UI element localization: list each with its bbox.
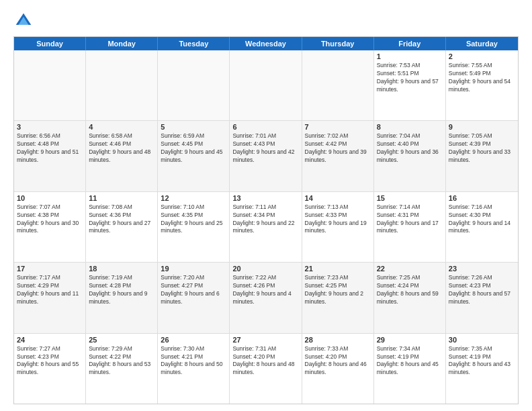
cal-cell-1-4: 7Sunrise: 7:02 AM Sunset: 4:42 PM Daylig…: [302, 121, 374, 191]
day-number: 24: [17, 336, 83, 344]
day-number: 8: [377, 123, 443, 131]
cal-cell-1-5: 8Sunrise: 7:04 AM Sunset: 4:40 PM Daylig…: [374, 121, 446, 191]
cell-detail: Sunrise: 7:35 AM Sunset: 4:19 PM Dayligh…: [449, 345, 515, 377]
cell-detail: Sunrise: 7:29 AM Sunset: 4:22 PM Dayligh…: [89, 345, 154, 377]
cell-detail: Sunrise: 7:25 AM Sunset: 4:24 PM Dayligh…: [377, 274, 443, 306]
header-day-sunday: Sunday: [14, 37, 86, 50]
cell-detail: Sunrise: 7:08 AM Sunset: 4:36 PM Dayligh…: [89, 203, 154, 236]
header: [13, 11, 519, 31]
calendar-row-3: 17Sunrise: 7:17 AM Sunset: 4:29 PM Dayli…: [14, 262, 518, 332]
cell-detail: Sunrise: 7:10 AM Sunset: 4:35 PM Dayligh…: [161, 203, 226, 236]
cal-cell-2-1: 11Sunrise: 7:08 AM Sunset: 4:36 PM Dayli…: [86, 192, 158, 262]
day-number: 5: [161, 123, 226, 131]
calendar-row-1: 3Sunrise: 6:56 AM Sunset: 4:48 PM Daylig…: [14, 120, 518, 191]
cal-cell-0-2: [158, 50, 230, 120]
cal-cell-3-6: 23Sunrise: 7:26 AM Sunset: 4:23 PM Dayli…: [446, 263, 518, 332]
cal-cell-0-6: 2Sunrise: 7:55 AM Sunset: 5:49 PM Daylig…: [446, 50, 518, 120]
cal-cell-0-5: 1Sunrise: 7:53 AM Sunset: 5:51 PM Daylig…: [374, 50, 446, 120]
header-day-saturday: Saturday: [446, 37, 518, 50]
cal-cell-4-0: 24Sunrise: 7:27 AM Sunset: 4:23 PM Dayli…: [14, 334, 86, 404]
cal-cell-0-4: [302, 50, 374, 120]
cal-cell-2-3: 13Sunrise: 7:11 AM Sunset: 4:34 PM Dayli…: [230, 192, 302, 262]
cell-detail: Sunrise: 7:33 AM Sunset: 4:20 PM Dayligh…: [305, 345, 371, 377]
cell-detail: Sunrise: 7:19 AM Sunset: 4:28 PM Dayligh…: [89, 274, 154, 306]
day-number: 21: [305, 265, 371, 273]
day-number: 4: [89, 123, 154, 131]
day-number: 2: [449, 52, 515, 60]
cal-cell-4-4: 28Sunrise: 7:33 AM Sunset: 4:20 PM Dayli…: [302, 334, 374, 404]
cell-detail: Sunrise: 6:59 AM Sunset: 4:45 PM Dayligh…: [161, 132, 226, 165]
cell-detail: Sunrise: 7:23 AM Sunset: 4:25 PM Dayligh…: [305, 274, 371, 306]
day-number: 26: [161, 336, 226, 344]
cal-cell-4-5: 29Sunrise: 7:34 AM Sunset: 4:19 PM Dayli…: [374, 334, 446, 404]
day-number: 28: [305, 336, 371, 344]
cal-cell-4-3: 27Sunrise: 7:31 AM Sunset: 4:20 PM Dayli…: [230, 334, 302, 404]
day-number: 20: [232, 265, 298, 273]
cell-detail: Sunrise: 7:22 AM Sunset: 4:26 PM Dayligh…: [232, 274, 298, 306]
cal-cell-3-2: 19Sunrise: 7:20 AM Sunset: 4:27 PM Dayli…: [158, 263, 230, 332]
cell-detail: Sunrise: 7:11 AM Sunset: 4:34 PM Dayligh…: [232, 203, 298, 236]
cal-cell-1-6: 9Sunrise: 7:05 AM Sunset: 4:39 PM Daylig…: [446, 121, 518, 191]
cal-cell-2-0: 10Sunrise: 7:07 AM Sunset: 4:38 PM Dayli…: [14, 192, 86, 262]
day-number: 22: [377, 265, 443, 273]
day-number: 27: [232, 336, 298, 344]
logo-icon: [13, 11, 34, 31]
cal-cell-4-6: 30Sunrise: 7:35 AM Sunset: 4:19 PM Dayli…: [446, 334, 518, 404]
cell-detail: Sunrise: 7:53 AM Sunset: 5:51 PM Dayligh…: [377, 62, 443, 94]
cell-detail: Sunrise: 6:58 AM Sunset: 4:46 PM Dayligh…: [89, 132, 154, 165]
day-number: 25: [89, 336, 154, 344]
calendar-row-0: 1Sunrise: 7:53 AM Sunset: 5:51 PM Daylig…: [14, 50, 518, 120]
cell-detail: Sunrise: 7:16 AM Sunset: 4:30 PM Dayligh…: [449, 203, 515, 236]
day-number: 30: [449, 336, 515, 344]
cal-cell-2-4: 14Sunrise: 7:13 AM Sunset: 4:33 PM Dayli…: [302, 192, 374, 262]
cal-cell-0-3: [230, 50, 302, 120]
day-number: 17: [17, 265, 83, 273]
cell-detail: Sunrise: 7:07 AM Sunset: 4:38 PM Dayligh…: [17, 203, 83, 236]
day-number: 23: [449, 265, 515, 273]
cell-detail: Sunrise: 7:31 AM Sunset: 4:20 PM Dayligh…: [232, 345, 298, 377]
cell-detail: Sunrise: 7:02 AM Sunset: 4:42 PM Dayligh…: [305, 132, 371, 165]
day-number: 7: [305, 123, 371, 131]
cell-detail: Sunrise: 7:17 AM Sunset: 4:29 PM Dayligh…: [17, 274, 83, 306]
calendar: SundayMondayTuesdayWednesdayThursdayFrid…: [13, 36, 519, 404]
cell-detail: Sunrise: 7:55 AM Sunset: 5:49 PM Dayligh…: [449, 62, 515, 94]
cell-detail: Sunrise: 7:26 AM Sunset: 4:23 PM Dayligh…: [449, 274, 515, 306]
cal-cell-3-4: 21Sunrise: 7:23 AM Sunset: 4:25 PM Dayli…: [302, 263, 374, 332]
cal-cell-1-3: 6Sunrise: 7:01 AM Sunset: 4:43 PM Daylig…: [230, 121, 302, 191]
cal-cell-2-5: 15Sunrise: 7:14 AM Sunset: 4:31 PM Dayli…: [374, 192, 446, 262]
cal-cell-4-1: 25Sunrise: 7:29 AM Sunset: 4:22 PM Dayli…: [86, 334, 158, 404]
header-day-thursday: Thursday: [302, 37, 374, 50]
day-number: 29: [377, 336, 443, 344]
page: SundayMondayTuesdayWednesdayThursdayFrid…: [0, 0, 532, 411]
cal-cell-3-3: 20Sunrise: 7:22 AM Sunset: 4:26 PM Dayli…: [230, 263, 302, 332]
cal-cell-4-2: 26Sunrise: 7:30 AM Sunset: 4:21 PM Dayli…: [158, 334, 230, 404]
day-number: 16: [449, 194, 515, 202]
header-day-tuesday: Tuesday: [158, 37, 230, 50]
day-number: 3: [17, 123, 83, 131]
cal-cell-2-2: 12Sunrise: 7:10 AM Sunset: 4:35 PM Dayli…: [158, 192, 230, 262]
cal-cell-3-1: 18Sunrise: 7:19 AM Sunset: 4:28 PM Dayli…: [86, 263, 158, 332]
day-number: 15: [377, 194, 443, 202]
cal-cell-3-0: 17Sunrise: 7:17 AM Sunset: 4:29 PM Dayli…: [14, 263, 86, 332]
cal-cell-1-2: 5Sunrise: 6:59 AM Sunset: 4:45 PM Daylig…: [158, 121, 230, 191]
cell-detail: Sunrise: 7:13 AM Sunset: 4:33 PM Dayligh…: [305, 203, 371, 236]
cell-detail: Sunrise: 7:14 AM Sunset: 4:31 PM Dayligh…: [377, 203, 443, 236]
day-number: 14: [305, 194, 371, 202]
cell-detail: Sunrise: 7:01 AM Sunset: 4:43 PM Dayligh…: [232, 132, 298, 165]
cal-cell-0-1: [86, 50, 158, 120]
day-number: 9: [449, 123, 515, 131]
cal-cell-2-6: 16Sunrise: 7:16 AM Sunset: 4:30 PM Dayli…: [446, 192, 518, 262]
cell-detail: Sunrise: 7:04 AM Sunset: 4:40 PM Dayligh…: [377, 132, 443, 165]
calendar-row-2: 10Sunrise: 7:07 AM Sunset: 4:38 PM Dayli…: [14, 191, 518, 262]
day-number: 13: [232, 194, 298, 202]
day-number: 6: [232, 123, 298, 131]
cell-detail: Sunrise: 6:56 AM Sunset: 4:48 PM Dayligh…: [17, 132, 83, 165]
cal-cell-3-5: 22Sunrise: 7:25 AM Sunset: 4:24 PM Dayli…: [374, 263, 446, 332]
header-day-wednesday: Wednesday: [230, 37, 302, 50]
logo: [13, 11, 36, 31]
cell-detail: Sunrise: 7:20 AM Sunset: 4:27 PM Dayligh…: [161, 274, 226, 306]
day-number: 19: [161, 265, 226, 273]
cell-detail: Sunrise: 7:27 AM Sunset: 4:23 PM Dayligh…: [17, 345, 83, 377]
calendar-header: SundayMondayTuesdayWednesdayThursdayFrid…: [14, 37, 518, 50]
cal-cell-0-0: [14, 50, 86, 120]
